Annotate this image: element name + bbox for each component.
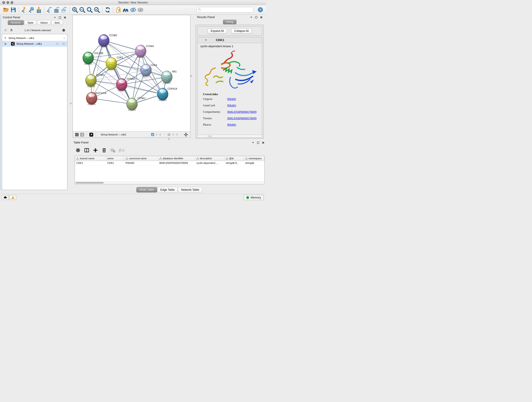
- node-label-CDK1: CDK1: [117, 56, 123, 59]
- table-row[interactable]: CDK1CDK1P064939606.ENSP00000378699cyclin…: [75, 161, 264, 166]
- panel-close-icon[interactable]: [262, 141, 265, 144]
- splitter-handle-left[interactable]: [70, 102, 72, 104]
- table-cell[interactable]: stringdb: [244, 161, 264, 165]
- export-network-button[interactable]: [46, 6, 53, 13]
- tab-string[interactable]: String: [223, 20, 236, 24]
- crosslink-link[interactable]: P06493: [227, 104, 236, 107]
- panel-float-icon[interactable]: [252, 141, 254, 144]
- open-external-icon[interactable]: [89, 133, 93, 137]
- tree-options-gear-icon[interactable]: [62, 28, 65, 32]
- node-CCNE1[interactable]: CCNE1: [127, 97, 146, 111]
- node-HIST1H1A[interactable]: HIST1H1A: [86, 92, 106, 105]
- table-cell[interactable]: CDK1: [75, 161, 106, 165]
- panel-maximize-icon[interactable]: [257, 141, 260, 144]
- birdseye-view-icon[interactable]: [75, 133, 79, 137]
- panel-float-icon[interactable]: [53, 16, 56, 19]
- tab-edge-table[interactable]: Edge Table: [157, 187, 178, 192]
- cloud-status-button[interactable]: [2, 195, 9, 200]
- open-file-button[interactable]: [2, 6, 10, 13]
- export-table-button[interactable]: [53, 6, 60, 13]
- column-header-description[interactable]: description: [195, 156, 224, 161]
- collapse-all-tree-icon[interactable]: [10, 28, 13, 32]
- import-table-from-file-button[interactable]: [35, 6, 42, 13]
- column-header-canonical-name[interactable]: canonical name: [124, 156, 158, 161]
- splitter-handle-bottom[interactable]: [168, 138, 170, 140]
- crosslink-link[interactable]: 9606.ENSP00000378699: [227, 110, 256, 114]
- network-edges[interactable]: [88, 41, 167, 104]
- tab-network-table[interactable]: Network Table: [178, 187, 202, 192]
- collapse-all-button[interactable]: Collapse All: [231, 28, 252, 34]
- search-input[interactable]: [196, 7, 253, 13]
- pan-move-icon[interactable]: [184, 133, 188, 137]
- network-tree: String Network – cdk1 1 String Network –…: [2, 34, 67, 190]
- tab-style[interactable]: Style: [24, 20, 37, 25]
- node-RB1[interactable]: RB1: [161, 70, 177, 84]
- add-column-icon[interactable]: [93, 148, 98, 153]
- network-collection-row[interactable]: String Network – cdk1 1: [2, 35, 67, 41]
- table-cell[interactable]: 9606.ENSP00000378699: [158, 161, 195, 165]
- panel-maximize-icon[interactable]: [255, 16, 258, 19]
- import-network-from-database-button[interactable]: [28, 6, 35, 13]
- crosslink-link[interactable]: P06493: [227, 97, 236, 101]
- column-header-namespace[interactable]: namespace: [244, 156, 264, 161]
- node-CCNB2[interactable]: CCNB2: [98, 34, 117, 48]
- save-session-button[interactable]: [10, 6, 17, 13]
- panel-close-icon[interactable]: [63, 16, 66, 19]
- show-columns-icon[interactable]: [84, 148, 89, 153]
- table-cell[interactable]: cyclin-dependent ...: [195, 161, 224, 165]
- panel-close-icon[interactable]: [260, 16, 263, 19]
- table-horizontal-scrollbar[interactable]: [75, 181, 264, 184]
- column-header-name[interactable]: name: [106, 156, 124, 161]
- network-view-toolbar: String Network – cdk1 1 - 0 0 - 0: [73, 131, 190, 138]
- column-header--id[interactable]: @id: [224, 156, 244, 161]
- node-CDC6[interactable]: CDC6: [140, 64, 157, 77]
- table-cell[interactable]: stringdb:9...: [224, 161, 244, 165]
- export-image-button[interactable]: [60, 6, 68, 13]
- expand-all-tree-icon[interactable]: [4, 28, 7, 32]
- panel-maximize-icon[interactable]: [58, 16, 61, 19]
- crosslink-link[interactable]: 9606.ENSP00000378699: [227, 117, 256, 120]
- table-options-gear-icon[interactable]: [75, 148, 81, 153]
- panel-float-icon[interactable]: [250, 16, 253, 19]
- delete-column-icon[interactable]: [101, 148, 107, 153]
- expand-all-button[interactable]: Expand All: [208, 28, 227, 34]
- tab-network[interactable]: Network: [8, 20, 24, 25]
- zoom-selected-button[interactable]: [93, 6, 101, 13]
- show-panels-button[interactable]: [122, 6, 129, 13]
- collapse-collection-icon[interactable]: [4, 37, 6, 39]
- clone-network-button[interactable]: [115, 6, 122, 13]
- collapse-entry-icon[interactable]: [205, 39, 207, 41]
- splitter-handle-right[interactable]: [190, 75, 192, 77]
- result-entry-header[interactable]: CDK1: [197, 37, 262, 43]
- table-cell[interactable]: P06493: [124, 161, 158, 165]
- tab-node-table[interactable]: Node Table: [136, 187, 157, 192]
- column-header-database-identifier[interactable]: database identifier: [158, 156, 195, 161]
- crosslink-row: Compartments:9606.ENSP00000378699: [203, 110, 262, 117]
- warnings-button[interactable]: [9, 195, 16, 200]
- tab-sets[interactable]: Sets: [51, 20, 63, 25]
- crosslink-link[interactable]: P06493: [227, 123, 236, 127]
- memory-button[interactable]: Memory: [244, 195, 264, 200]
- show-all-button[interactable]: [137, 6, 144, 13]
- import-network-from-file-button[interactable]: [20, 6, 28, 13]
- zoom-in-button[interactable]: [71, 6, 79, 13]
- zoom-out-button[interactable]: [79, 6, 86, 13]
- column-tree-icon: [196, 157, 199, 160]
- results-scrollbar[interactable]: [197, 135, 262, 137]
- network-canvas[interactable]: CCNB2CCNA1CDC25BCDK1CDC6RB1CCNB1CCNA2CDK…: [73, 15, 190, 131]
- help-button[interactable]: ?: [258, 7, 263, 13]
- refresh-button[interactable]: [104, 6, 111, 13]
- table-cell[interactable]: CDK1: [106, 161, 124, 165]
- node-CCNA1[interactable]: CCNA1: [135, 45, 154, 58]
- hide-selected-button[interactable]: [129, 6, 137, 13]
- crosslink-label: Tissues:: [203, 117, 227, 120]
- selected-checkbox-icon[interactable]: [151, 133, 154, 136]
- network-row-selected[interactable]: String Network – cdk1 11 48: [2, 41, 67, 47]
- column-header-shared-name[interactable]: shared name: [75, 156, 106, 161]
- zoom-fit-content-button[interactable]: [86, 6, 93, 13]
- scrollbar-thumb[interactable]: [76, 182, 104, 184]
- tab-select[interactable]: Select: [37, 20, 51, 25]
- hidden-eye-icon[interactable]: [167, 133, 171, 137]
- node-CDKN1A[interactable]: CDKN1A: [157, 87, 177, 101]
- node-CDK1[interactable]: CDK1: [106, 56, 123, 70]
